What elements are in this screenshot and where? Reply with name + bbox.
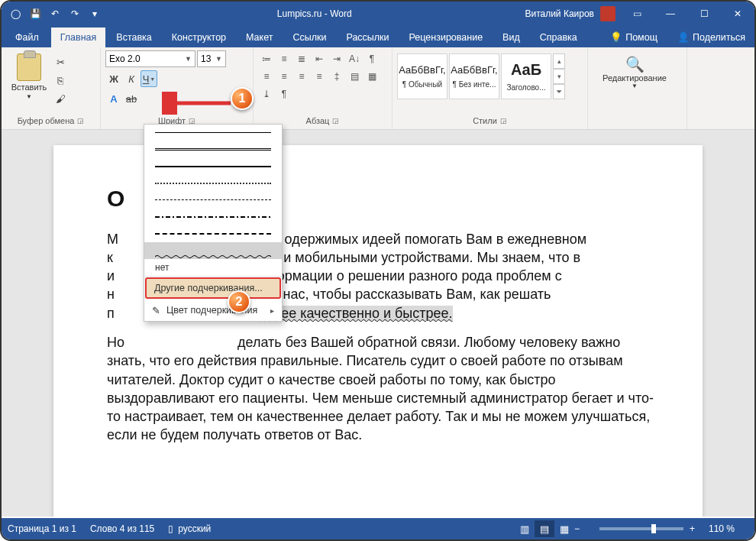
search-icon: 🔍 [625, 55, 645, 73]
zoom-out-icon[interactable]: − [574, 523, 580, 534]
sort-az-icon[interactable]: ⤓ [258, 86, 275, 102]
style-no-spacing[interactable]: АаБбВвГг,¶ Без инте... [449, 53, 499, 99]
view-read-icon[interactable]: ▥ [515, 520, 535, 537]
autosave-toggle[interactable]: ◯ [6, 5, 24, 23]
font-name-combo[interactable]: Exo 2.0▼ [105, 50, 195, 67]
strikethrough-button[interactable]: ab [123, 90, 140, 107]
view-web-icon[interactable]: ▦ [554, 520, 574, 537]
styles-launcher-icon[interactable]: ◲ [500, 117, 507, 125]
pilcrow-icon[interactable]: ¶ [276, 86, 292, 102]
ribbon-display-icon[interactable]: ▭ [620, 2, 654, 26]
sort-icon[interactable]: A↓ [346, 50, 363, 67]
statusbar: Страница 1 из 1 Слово 4 из 115 ▯русский … [2, 518, 754, 539]
bulb-icon: 💡 [610, 32, 622, 43]
underline-style-thick[interactable] [144, 158, 282, 175]
italic-button[interactable]: К [123, 70, 140, 87]
annotation-arrow [162, 92, 238, 115]
group-label-styles: Стили [473, 116, 497, 125]
view-print-icon[interactable]: ▤ [535, 520, 554, 537]
undo-icon[interactable]: ↶ [46, 5, 64, 23]
bullets-icon[interactable]: ≔ [258, 50, 275, 67]
multilevel-icon[interactable]: ≣ [293, 50, 310, 67]
paragraph-launcher-icon[interactable]: ◲ [332, 117, 339, 125]
decrease-indent-icon[interactable]: ⇤ [311, 50, 328, 67]
document-area[interactable]: О Мтов, одержимых идеей помогать Вам в е… [2, 130, 754, 517]
style-normal[interactable]: АаБбВвГг,¶ Обычный [397, 53, 447, 99]
share-button[interactable]: 👤Поделиться [668, 27, 754, 47]
editing-button[interactable]: 🔍 Редактирование ▼ [593, 50, 677, 89]
style-heading[interactable]: АаБЗаголово... [501, 53, 551, 99]
shading-icon[interactable]: ▤ [346, 68, 363, 85]
maximize-icon[interactable]: ☐ [687, 2, 721, 26]
status-page[interactable]: Страница 1 из 1 [8, 523, 76, 534]
cut-icon[interactable]: ✂ [52, 53, 69, 70]
tab-mailings[interactable]: Рассылки [337, 28, 398, 47]
tab-file[interactable]: Файл [5, 28, 50, 47]
tell-me[interactable]: 💡Помощ [601, 27, 667, 47]
zoom-in-icon[interactable]: + [690, 523, 695, 534]
pen-icon: ✎ [152, 305, 160, 316]
save-icon[interactable]: 💾 [26, 5, 44, 23]
styles-more-icon[interactable]: ⏷ [553, 84, 565, 99]
group-styles: АаБбВвГг,¶ Обычный АаБбВвГг,¶ Без инте..… [393, 47, 588, 129]
user-account[interactable]: Виталий Каиров [525, 6, 615, 21]
text-effects-button[interactable]: A [105, 90, 122, 107]
underline-style-single[interactable] [144, 125, 282, 141]
underline-style-dashdot[interactable] [144, 209, 282, 225]
qat-customize-icon[interactable]: ▾ [86, 5, 104, 23]
status-language[interactable]: ▯русский [168, 523, 211, 534]
bold-button[interactable]: Ж [105, 70, 122, 87]
underline-style-double[interactable] [144, 141, 282, 158]
group-clipboard: Вставить ▼ ✂ ⎘ 🖌 Буфер обмена◲ [2, 47, 101, 129]
justify-icon[interactable]: ≡ [311, 68, 328, 85]
paste-button[interactable]: Вставить ▼ [6, 50, 52, 100]
callout-1: 1 [231, 87, 254, 110]
callout-2: 2 [228, 290, 250, 313]
clipboard-launcher-icon[interactable]: ◲ [77, 117, 84, 125]
group-label-clipboard: Буфер обмена [18, 116, 75, 125]
styles-up-icon[interactable]: ▴ [553, 53, 565, 69]
underline-none[interactable]: нет [144, 259, 282, 276]
underline-style-dashed[interactable] [144, 192, 282, 209]
tab-references[interactable]: Ссылки [283, 28, 335, 47]
align-right-icon[interactable]: ≡ [293, 68, 310, 85]
align-center-icon[interactable]: ≡ [276, 68, 292, 85]
underline-color-item[interactable]: ✎ Цвет подчеркивания ▸ [144, 300, 282, 321]
format-painter-icon[interactable]: 🖌 [52, 90, 69, 107]
underline-style-dotted[interactable] [144, 175, 282, 192]
tab-layout[interactable]: Макет [237, 28, 282, 47]
close-icon[interactable]: ✕ [721, 2, 754, 26]
book-icon: ▯ [168, 523, 173, 534]
line-spacing-icon[interactable]: ‡ [328, 68, 345, 85]
user-name: Виталий Каиров [525, 8, 594, 19]
tab-review[interactable]: Рецензирование [400, 28, 493, 47]
show-marks-icon[interactable]: ¶ [363, 50, 380, 67]
status-words[interactable]: Слово 4 из 115 [90, 523, 154, 534]
chevron-down-icon: ▼ [185, 55, 192, 63]
tab-home[interactable]: Главная [51, 28, 106, 47]
group-paragraph: ≔ ≡ ≣ ⇤ ⇥ A↓ ¶ ≡ ≡ ≡ ≡ ‡ ▤ ▦ ⤓ ¶ Абзац◲ [254, 47, 393, 129]
increase-indent-icon[interactable]: ⇥ [328, 50, 345, 67]
tab-insert[interactable]: Вставка [107, 28, 160, 47]
font-size-combo[interactable]: 13▼ [197, 50, 226, 67]
copy-icon[interactable]: ⎘ [52, 72, 69, 89]
minimize-icon[interactable]: — [654, 2, 687, 26]
align-left-icon[interactable]: ≡ [258, 68, 275, 85]
underline-style-dashdotdot[interactable] [144, 225, 282, 242]
more-underlines-item[interactable]: Другие подчеркивания... [145, 277, 281, 299]
underline-button[interactable]: Ч▼ [141, 70, 157, 87]
styles-scroll[interactable]: ▴ ▾ ⏷ [553, 53, 565, 99]
tab-design[interactable]: Конструктор [163, 28, 235, 47]
zoom-slider[interactable] [599, 527, 683, 530]
underline-style-wave[interactable] [144, 242, 282, 259]
borders-icon[interactable]: ▦ [363, 68, 380, 85]
tab-view[interactable]: Вид [493, 28, 529, 47]
redo-icon[interactable]: ↷ [66, 5, 84, 23]
styles-down-icon[interactable]: ▾ [553, 69, 565, 84]
share-icon: 👤 [677, 32, 690, 43]
numbering-icon[interactable]: ≡ [276, 50, 292, 67]
zoom-level[interactable]: 110 % [709, 523, 735, 534]
chevron-down-icon: ▼ [150, 76, 155, 82]
underline-dropdown: нет Другие подчеркивания... ✎ Цвет подче… [144, 124, 283, 322]
tab-help[interactable]: Справка [531, 28, 586, 47]
